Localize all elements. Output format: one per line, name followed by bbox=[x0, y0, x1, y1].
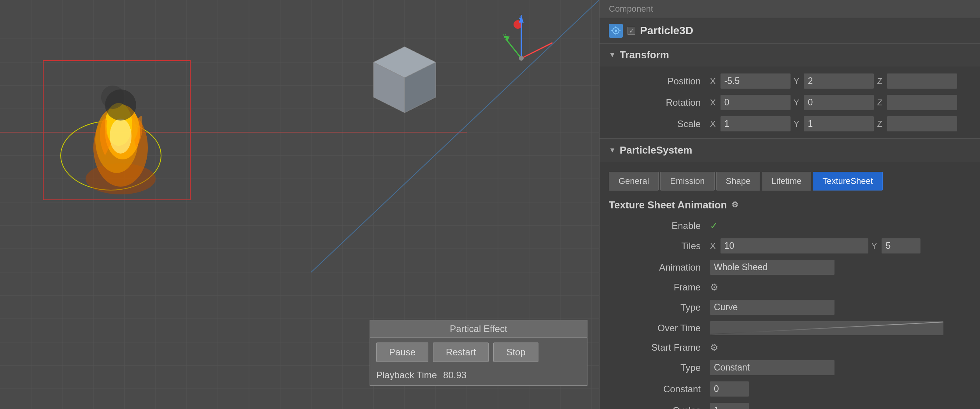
sf-type-input[interactable] bbox=[710, 360, 834, 375]
start-frame-label: Start Frame bbox=[609, 342, 710, 353]
rot-x-input[interactable] bbox=[721, 95, 791, 110]
transform-section: ▼ Transform Position X Y Z Rotation bbox=[600, 44, 980, 139]
tab-texturesheet[interactable]: TextureSheet bbox=[813, 172, 883, 191]
tab-shape[interactable]: Shape bbox=[716, 172, 761, 191]
particle3d-checkbox[interactable]: ✓ bbox=[628, 27, 635, 35]
rot-z-label: Z bbox=[877, 98, 882, 108]
cycles-input[interactable] bbox=[710, 403, 749, 409]
tiles-x-label: X bbox=[710, 241, 716, 251]
enable-checkmark[interactable]: ✓ bbox=[710, 220, 718, 231]
ps-section-header[interactable]: ▼ ParticleSystem bbox=[600, 139, 980, 162]
pos-z-input[interactable] bbox=[887, 73, 957, 89]
svg-line-35 bbox=[311, 0, 599, 272]
rotation-label: Rotation bbox=[609, 97, 710, 108]
rotation-row: Rotation X Y Z bbox=[600, 92, 980, 113]
pos-y-label: Y bbox=[794, 76, 799, 86]
pos-z-label: Z bbox=[877, 76, 882, 86]
sf-type-row: Type bbox=[600, 357, 980, 378]
frame-label: Frame bbox=[609, 282, 710, 293]
control-panel: Partical Effect Pause Restart Stop Playb… bbox=[370, 320, 587, 386]
svg-point-42 bbox=[110, 119, 131, 154]
particle-system-section: ▼ ParticleSystem General Emission Shape … bbox=[600, 139, 980, 409]
sf-type-label: Type bbox=[609, 362, 710, 373]
curve-line bbox=[710, 322, 943, 334]
frame-row: Frame ⚙ bbox=[600, 278, 980, 297]
enable-label: Enable bbox=[609, 220, 710, 231]
tiles-x-input[interactable] bbox=[721, 238, 868, 253]
svg-text:Y: Y bbox=[503, 33, 507, 39]
rot-y-label: Y bbox=[794, 98, 799, 108]
transform-section-header[interactable]: ▼ Transform bbox=[600, 44, 980, 66]
rot-z-input[interactable] bbox=[887, 95, 957, 110]
constant-label: Constant bbox=[609, 384, 710, 395]
svg-text:Z: Z bbox=[519, 14, 522, 20]
tab-lifetime[interactable]: Lifetime bbox=[762, 172, 811, 191]
scale-label: Scale bbox=[609, 119, 710, 129]
ps-arrow: ▼ bbox=[609, 146, 616, 154]
particle-fire bbox=[66, 70, 175, 202]
restart-button[interactable]: Restart bbox=[433, 343, 489, 362]
pause-button[interactable]: Pause bbox=[376, 343, 428, 362]
start-frame-row: Start Frame ⚙ bbox=[600, 338, 980, 357]
constant-input[interactable] bbox=[710, 381, 749, 397]
tab-emission[interactable]: Emission bbox=[660, 172, 714, 191]
playback-value: 80.93 bbox=[443, 370, 466, 381]
pos-x-label: X bbox=[710, 76, 716, 86]
ps-tabs: General Emission Shape Lifetime TextureS… bbox=[600, 166, 980, 194]
frame-gear-icon: ⚙ bbox=[710, 282, 719, 293]
frame-type-label: Type bbox=[609, 302, 710, 313]
component-header: Component bbox=[600, 0, 980, 18]
inspector-panel: Component ✓ Particle3D ▼ Transform P bbox=[599, 0, 980, 409]
position-row: Position X Y Z bbox=[600, 70, 980, 92]
start-frame-gear-icon: ⚙ bbox=[710, 342, 719, 353]
over-time-label: Over Time bbox=[609, 323, 710, 334]
svg-line-53 bbox=[506, 39, 521, 58]
cube-3d bbox=[370, 39, 440, 117]
rot-x-label: X bbox=[710, 98, 716, 108]
ts-header: Texture Sheet Animation ⚙ bbox=[600, 194, 980, 217]
scale-z-label: Z bbox=[877, 119, 882, 129]
pos-x-input[interactable] bbox=[721, 73, 791, 89]
stop-button[interactable]: Stop bbox=[493, 343, 538, 362]
scale-y-label: Y bbox=[794, 119, 799, 129]
particle3d-icon bbox=[609, 24, 623, 38]
transform-arrow: ▼ bbox=[609, 51, 616, 59]
svg-point-60 bbox=[615, 30, 617, 32]
scale-x-label: X bbox=[710, 119, 716, 129]
animation-row: Animation bbox=[600, 257, 980, 278]
cycles-row: Cycles bbox=[600, 400, 980, 409]
tiles-row: Tiles X Y bbox=[600, 235, 980, 257]
curve-bar[interactable] bbox=[710, 321, 943, 335]
particle3d-label: Particle3D bbox=[640, 24, 693, 37]
frame-type-input[interactable] bbox=[710, 300, 834, 315]
ts-label: Texture Sheet Animation bbox=[609, 199, 727, 211]
gear-icon[interactable]: ⚙ bbox=[731, 200, 742, 211]
animation-input[interactable] bbox=[710, 260, 834, 275]
transform-label: Transform bbox=[620, 49, 669, 61]
transform-gizmo: Z X Y bbox=[502, 12, 552, 70]
frame-type-row: Type bbox=[600, 297, 980, 318]
tiles-y-input[interactable] bbox=[882, 238, 920, 253]
cycles-label: Cycles bbox=[609, 405, 710, 409]
playback-label: Playback Time bbox=[376, 370, 437, 381]
pos-y-input[interactable] bbox=[804, 73, 874, 89]
tiles-y-label: Y bbox=[871, 241, 877, 251]
tiles-label: Tiles bbox=[609, 241, 710, 252]
svg-point-44 bbox=[101, 86, 124, 109]
scale-row: Scale X Y Z bbox=[600, 113, 980, 135]
enable-row: Enable ✓ bbox=[600, 217, 980, 235]
rot-y-input[interactable] bbox=[804, 95, 874, 110]
tab-general[interactable]: General bbox=[609, 172, 659, 191]
scale-x-input[interactable] bbox=[721, 116, 791, 131]
svg-line-50 bbox=[521, 39, 552, 58]
ps-label: ParticleSystem bbox=[620, 144, 692, 156]
viewport: Z X Y Partical Effect Pause Restart Stop… bbox=[0, 0, 599, 409]
control-panel-title: Partical Effect bbox=[370, 320, 587, 338]
scale-y-input[interactable] bbox=[804, 116, 874, 131]
particle3d-header: ✓ Particle3D bbox=[600, 18, 980, 44]
constant-row: Constant bbox=[600, 378, 980, 400]
over-time-row: Over Time bbox=[600, 318, 980, 338]
svg-point-55 bbox=[519, 56, 524, 61]
animation-label: Animation bbox=[609, 262, 710, 273]
scale-z-input[interactable] bbox=[887, 116, 957, 131]
